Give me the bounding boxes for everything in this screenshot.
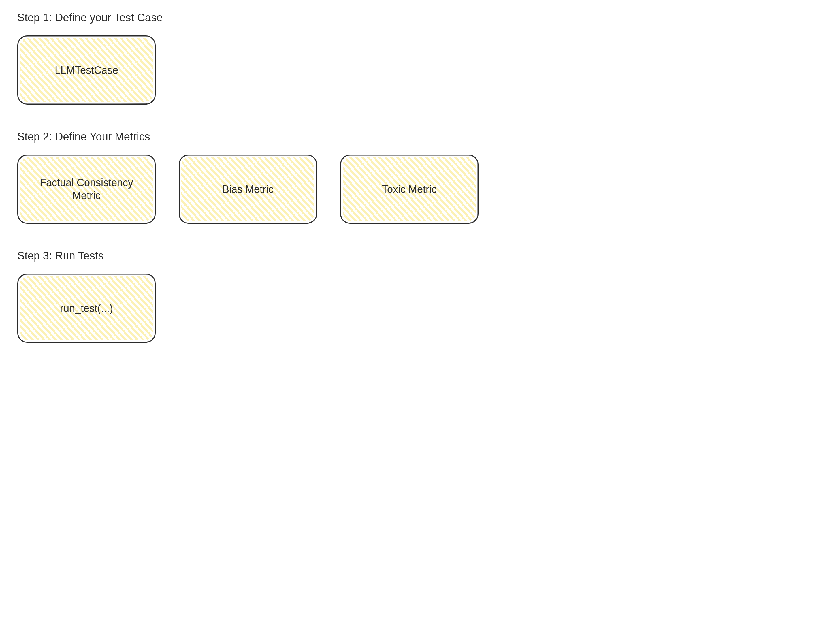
box-run-test: run_test(...): [17, 273, 156, 343]
box-llm-test-case: LLMTestCase: [17, 35, 156, 104]
box-toxic-metric-label: Toxic Metric: [382, 183, 437, 196]
box-bias-metric-label: Bias Metric: [222, 183, 274, 196]
box-factual-consistency-metric: Factual Consistency Metric: [17, 155, 156, 224]
box-toxic-metric: Toxic Metric: [340, 155, 478, 224]
step-3-heading: Step 3: Run Tests: [17, 250, 823, 262]
step-2-row: Factual Consistency Metric Bias Metric T…: [17, 155, 823, 224]
box-factual-consistency-metric-label: Factual Consistency Metric: [26, 176, 147, 202]
step-2-heading: Step 2: Define Your Metrics: [17, 130, 823, 143]
box-bias-metric: Bias Metric: [179, 155, 317, 224]
step-1-heading: Step 1: Define your Test Case: [17, 12, 823, 24]
box-run-test-label: run_test(...): [60, 302, 113, 315]
step-3-row: run_test(...): [17, 273, 823, 343]
box-llm-test-case-label: LLMTestCase: [55, 64, 118, 77]
step-1-row: LLMTestCase: [17, 35, 823, 104]
